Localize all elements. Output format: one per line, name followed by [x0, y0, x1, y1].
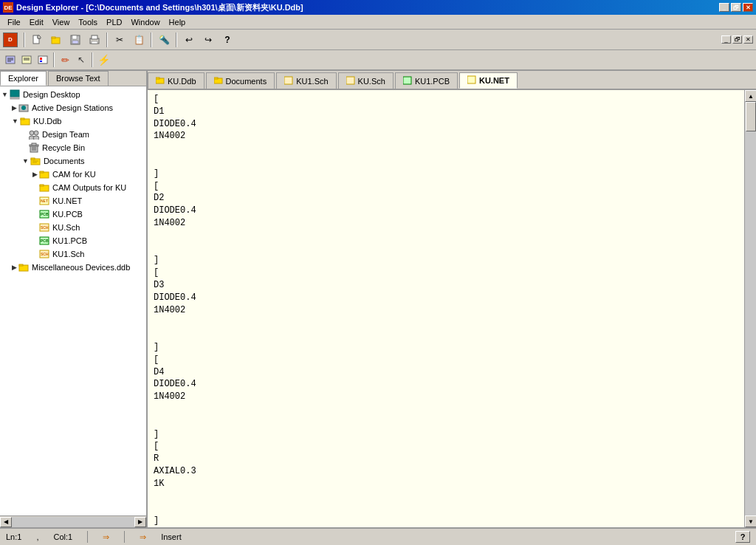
inner-restore-button[interactable]: 🗗: [732, 35, 742, 44]
tb2-pencil[interactable]: ✏: [58, 52, 72, 67]
left-panel-hscroll: ◀ ▶: [0, 515, 146, 527]
tree-label-ku1-sch: KU1.Sch: [52, 250, 84, 258]
minimize-button[interactable]: _: [719, 3, 729, 12]
tree-item-ku-ddb[interactable]: ▼ KU.Ddb: [1, 114, 145, 128]
tb2-icon3[interactable]: [35, 52, 50, 67]
svg-rect-41: [40, 171, 44, 173]
title-bar-left: DE Design Explorer - [C:\Documents and S…: [3, 2, 303, 13]
tb-undo-button[interactable]: ↩: [180, 32, 198, 48]
tree-item-ku1-sch-tree[interactable]: ▶ SCH KU1.Sch: [1, 247, 145, 261]
menu-help[interactable]: Help: [165, 16, 190, 28]
menu-window[interactable]: Window: [126, 16, 164, 28]
separator-3: [151, 32, 152, 47]
vscroll-up-button[interactable]: ▲: [745, 90, 756, 102]
tb2-arrow[interactable]: ↖: [74, 52, 89, 67]
tb-print-button[interactable]: [86, 32, 103, 48]
svg-marker-1: [38, 35, 41, 38]
tab-ku1-pcb[interactable]: KU1.PCB: [395, 72, 458, 89]
tb2-icon2[interactable]: [19, 52, 34, 67]
tree-item-ku1-pcb-tree[interactable]: ▶ PCB KU1.PCB: [1, 234, 145, 247]
vscroll-down-button[interactable]: ▼: [745, 515, 756, 527]
design-team-icon: [28, 128, 40, 140]
tb-search-button[interactable]: 🔦: [155, 32, 173, 48]
tree-label-ku-ddb: KU.Ddb: [33, 117, 62, 126]
menu-view[interactable]: View: [48, 16, 75, 28]
tree-item-documents[interactable]: ▼ Documents: [1, 154, 145, 168]
status-insert-icon: ⇒: [140, 532, 146, 542]
recycle-bin-icon: [28, 142, 40, 154]
tab-documents[interactable]: Documents: [206, 72, 275, 89]
tb-save-button[interactable]: [66, 32, 84, 48]
tree-item-cam-outputs[interactable]: ▶ CAM Outputs for KU: [1, 181, 145, 194]
ku-sch-tree-icon: SCH: [38, 222, 50, 233]
tab-ku1-pcb-label: KU1.PCB: [415, 77, 450, 86]
menu-file[interactable]: File: [3, 16, 25, 28]
tab-browse-text[interactable]: Browse Text: [48, 71, 109, 86]
file-tree: ▼ Design Desktop ▶ Active Design Station…: [0, 86, 146, 515]
tree-item-recycle-bin[interactable]: ▶ Recycle Bin: [1, 141, 145, 154]
tab-ku1-sch-icon: [284, 76, 293, 86]
tree-item-ku-net-tree[interactable]: ▶ NET KU.NET: [1, 194, 145, 208]
tab-ku1-sch-label: KU1.Sch: [296, 77, 328, 86]
status-cursor-icon: ⇒: [103, 532, 109, 542]
menu-tools[interactable]: Tools: [74, 16, 102, 28]
tree-item-design-team[interactable]: ▶ Design Team: [1, 128, 145, 141]
tree-item-active-stations[interactable]: ▶ Active Design Stations: [1, 101, 145, 114]
tb-file-button[interactable]: [28, 32, 46, 48]
app-icon: DE: [3, 2, 13, 13]
tb2-icon1[interactable]: [3, 52, 18, 67]
tab-ku-sch[interactable]: KU.Sch: [338, 72, 394, 89]
code-content[interactable]: [ D1 DIODE0.4 1N4002 ] [ D2 DIODE0.4 1N4…: [148, 90, 744, 527]
menu-edit[interactable]: Edit: [25, 16, 48, 28]
tree-label-design-team: Design Team: [42, 130, 89, 139]
tab-explorer[interactable]: Explorer: [0, 71, 47, 86]
open-icon: [51, 35, 61, 45]
tree-item-design-desktop[interactable]: ▼ Design Desktop: [1, 88, 145, 101]
right-panel: KU.Ddb Documents KU1.Sch KU.Sch: [148, 71, 756, 527]
ku-ddb-icon: [19, 115, 31, 127]
svg-rect-18: [40, 58, 42, 60]
vscroll-thumb[interactable]: [746, 102, 756, 131]
tree-item-ku-sch-tree[interactable]: ▶ SCH KU.Sch: [1, 221, 145, 234]
hscroll-left-button[interactable]: ◀: [0, 517, 12, 527]
tb2-probe[interactable]: ⚡: [96, 52, 111, 67]
svg-rect-57: [156, 78, 159, 79]
status-help-button[interactable]: ?: [735, 531, 750, 543]
status-bar: Ln:1 , Col:1 ⇒ ⇒ Insert ?: [0, 527, 756, 545]
tree-item-ku-pcb-tree[interactable]: ▶ PCB KU.PCB: [1, 208, 145, 221]
toolbar-secondary: ✏ ↖ ⚡: [0, 50, 756, 71]
left-panel: Explorer Browse Text ▼ Design Desktop: [0, 71, 148, 527]
svg-rect-59: [214, 78, 218, 79]
tab-ku-sch-icon: [346, 76, 355, 86]
inner-minimize-button[interactable]: _: [721, 35, 731, 44]
menu-pld[interactable]: PLD: [102, 16, 126, 28]
tb-app-icon: D: [3, 32, 18, 47]
tb-redo-button[interactable]: ↪: [199, 32, 217, 48]
inner-close-button[interactable]: ✕: [743, 35, 753, 44]
tab-ku1-sch[interactable]: KU1.Sch: [276, 72, 336, 89]
tree-item-misc-devices[interactable]: ▶ Miscellaneous Devices.ddb: [1, 261, 145, 274]
tb-paste-button[interactable]: 📋: [130, 32, 148, 48]
tb-help-button[interactable]: ?: [219, 32, 236, 48]
title-text: Design Explorer - [C:\Documents and Sett…: [16, 2, 303, 13]
file-icon: [32, 35, 42, 45]
stations-icon: [18, 102, 30, 114]
svg-rect-3: [52, 37, 55, 38]
toolbar-main: D ✂ 📋 🔦 ↩ ↪ ? _ 🗗 ✕: [0, 30, 756, 50]
tab-ku-ddb[interactable]: KU.Ddb: [148, 72, 205, 89]
tb-cut-button[interactable]: ✂: [111, 32, 128, 48]
svg-rect-61: [346, 77, 354, 84]
tree-label-misc-devices: Miscellaneous Devices.ddb: [32, 263, 130, 272]
svg-rect-21: [10, 97, 19, 99]
tree-item-cam-for-ku[interactable]: ▶ CAM for KU: [1, 168, 145, 181]
restore-button[interactable]: 🗗: [731, 3, 741, 12]
tb-open-button[interactable]: [47, 32, 65, 48]
hscroll-right-button[interactable]: ▶: [134, 517, 146, 527]
tree-label-ku-sch: KU.Sch: [52, 223, 80, 232]
tree-label-recycle-bin: Recycle Bin: [42, 143, 85, 152]
title-bar-controls: _ 🗗 ✕: [719, 3, 753, 12]
status-col-label: ,: [36, 532, 38, 541]
svg-rect-19: [40, 61, 42, 62]
tab-ku-net[interactable]: KU.NET: [459, 72, 518, 89]
close-button[interactable]: ✕: [743, 3, 753, 12]
